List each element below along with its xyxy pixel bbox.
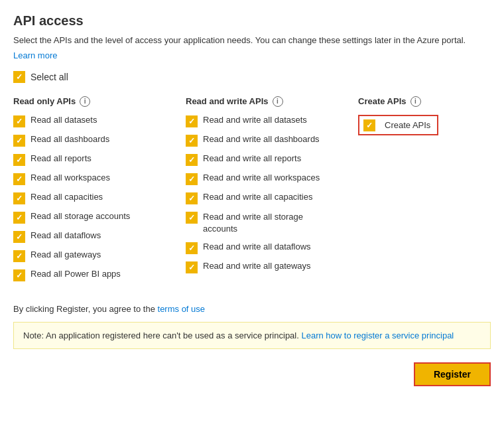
read-dashboards-checkbox[interactable]: [13, 135, 25, 147]
list-item: Read all Power BI apps: [13, 269, 179, 281]
read-dataflows-checkbox[interactable]: [13, 231, 25, 243]
list-item: Read and write all gateways: [186, 261, 351, 273]
read-write-column: Read and write APIs i Read and write all…: [186, 96, 358, 288]
rw-capacities-checkbox[interactable]: [186, 192, 198, 204]
rw-reports-checkbox[interactable]: [186, 154, 198, 166]
list-item: Read all reports: [13, 153, 179, 166]
create-apis-checkbox[interactable]: [363, 119, 375, 131]
list-item: Create APIs: [358, 115, 484, 135]
page-title: API access: [13, 13, 491, 29]
note-bar: Note: An application registered here can…: [13, 322, 491, 350]
page-description: Select the APIs and the level of access …: [13, 34, 491, 47]
list-item: Read and write all storage accounts: [186, 211, 351, 235]
list-item: Read all datasets: [13, 115, 179, 127]
create-api-box: Create APIs: [358, 115, 438, 135]
list-item: Read and write all reports: [186, 153, 351, 166]
read-only-info-icon[interactable]: i: [80, 96, 90, 107]
create-apis-header: Create APIs i: [358, 96, 484, 107]
list-item: Read and write all datasets: [186, 115, 351, 127]
rw-dataflows-checkbox[interactable]: [186, 242, 198, 254]
list-item: Read and write all capacities: [186, 192, 351, 204]
list-item: Read all workspaces: [13, 173, 179, 185]
read-workspaces-checkbox[interactable]: [13, 173, 25, 185]
select-all-checkbox[interactable]: [13, 71, 25, 83]
note-text: Note: An application registered here can…: [23, 330, 299, 340]
create-info-icon[interactable]: i: [410, 96, 421, 107]
rw-storage-checkbox[interactable]: [186, 212, 198, 224]
list-item: Read all storage accounts: [13, 211, 179, 224]
columns-area: Read only APIs i Read all datasets Read …: [13, 96, 491, 288]
rw-dashboards-checkbox[interactable]: [186, 135, 198, 147]
read-only-header: Read only APIs i: [13, 96, 179, 107]
read-datasets-checkbox[interactable]: [13, 115, 25, 127]
read-write-info-icon[interactable]: i: [273, 96, 283, 107]
list-item: Read and write all workspaces: [186, 173, 351, 185]
select-all-label: Select all: [31, 72, 68, 82]
rw-gateways-checkbox[interactable]: [186, 261, 198, 273]
select-all-row: Select all: [13, 71, 491, 83]
rw-datasets-checkbox[interactable]: [186, 115, 198, 127]
list-item: Read all dashboards: [13, 134, 179, 147]
terms-of-use-link[interactable]: terms of use: [158, 304, 206, 314]
service-principal-link[interactable]: Learn how to register a service principa…: [301, 330, 454, 340]
read-gateways-checkbox[interactable]: [13, 250, 25, 262]
read-capacities-checkbox[interactable]: [13, 192, 25, 204]
create-apis-column: Create APIs i Create APIs: [358, 96, 491, 288]
rw-workspaces-checkbox[interactable]: [186, 173, 198, 185]
read-only-column: Read only APIs i Read all datasets Read …: [13, 96, 186, 288]
list-item: Read all dataflows: [13, 230, 179, 243]
bottom-row: Register: [13, 362, 491, 386]
register-button[interactable]: Register: [414, 362, 491, 386]
read-write-header: Read and write APIs i: [186, 96, 351, 107]
list-item: Read all capacities: [13, 192, 179, 204]
read-reports-checkbox[interactable]: [13, 154, 25, 166]
read-storage-checkbox[interactable]: [13, 212, 25, 224]
list-item: Read and write all dashboards: [186, 134, 351, 147]
list-item: Read and write all dataflows: [186, 242, 351, 254]
learn-more-link[interactable]: Learn more: [13, 50, 57, 60]
terms-text: By clicking Register, you agree to the: [13, 304, 155, 314]
list-item: Read all gateways: [13, 250, 179, 262]
terms-row: By clicking Register, you agree to the t…: [13, 304, 491, 314]
read-powerbi-checkbox[interactable]: [13, 269, 25, 281]
